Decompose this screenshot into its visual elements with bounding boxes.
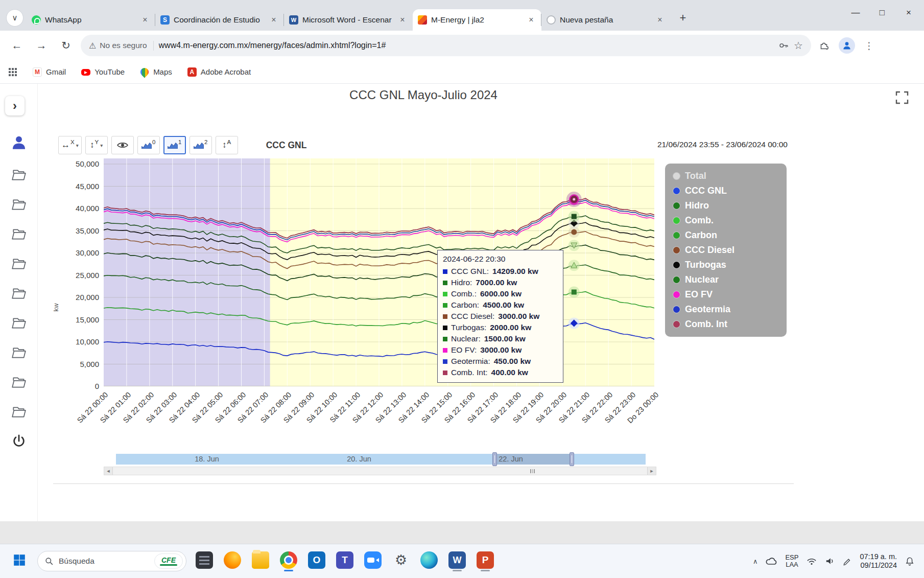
range-navigator[interactable]: 18. Jun 20. Jun 22. Jun: [116, 454, 646, 465]
bookmark-star-icon[interactable]: ☆: [794, 39, 803, 52]
acrobat-icon: [187, 67, 197, 77]
sidebar-folder-button[interactable]: [11, 257, 27, 270]
tooltip-row: Geotermia 450.00 kw: [443, 356, 558, 367]
start-button[interactable]: [9, 547, 30, 575]
bookmark-item-youtube[interactable]: YouTube: [81, 67, 125, 77]
navigator-right-handle[interactable]: [570, 452, 574, 466]
bookmark-item-gmail[interactable]: Gmail: [33, 67, 66, 77]
taskbar-app-explorer[interactable]: [250, 547, 271, 575]
sidebar-folder-button[interactable]: [11, 227, 27, 241]
password-key-icon[interactable]: [778, 40, 789, 51]
windows-logo-icon: [13, 554, 26, 566]
legend-item-hidro[interactable]: Hidro: [665, 198, 787, 213]
reload-button[interactable]: ↻: [56, 36, 76, 55]
chart-svg[interactable]: [104, 158, 654, 386]
close-button[interactable]: ×: [895, 3, 922, 22]
tab-close-icon[interactable]: ×: [397, 15, 408, 25]
wifi-icon[interactable]: [806, 557, 817, 566]
taskbar-app-dark[interactable]: [194, 547, 215, 575]
taskbar-app-powerpoint[interactable]: [475, 547, 495, 575]
omnibox[interactable]: ⚠ No es seguro www4.m-energy.com.mx/mene…: [81, 35, 811, 56]
chart-plot-area[interactable]: [104, 158, 654, 386]
legend-item-comb-[interactable]: Comb.: [665, 213, 787, 228]
y-axis-label: Y: [95, 139, 99, 145]
legend-item-carbon[interactable]: Carbon: [665, 228, 787, 243]
scroll-right-button[interactable]: ▸: [647, 467, 656, 475]
taskbar-search-box[interactable]: Búsqueda CFE: [37, 551, 186, 571]
x-axis-menu-button[interactable]: ↔ X ▾: [58, 136, 82, 154]
browser-menu-icon[interactable]: ⋮: [864, 40, 874, 52]
tab-close-icon[interactable]: ×: [655, 15, 665, 25]
new-tab-button[interactable]: +: [674, 9, 692, 27]
url-text[interactable]: www4.m-energy.com.mx/menergy/faces/admin…: [159, 41, 774, 50]
taskbar-app-firefox[interactable]: [222, 547, 243, 575]
taskbar-app-zoom[interactable]: [363, 547, 383, 575]
sidebar-folder-button[interactable]: [11, 316, 27, 330]
sidebar-expand-button[interactable]: ›: [5, 96, 25, 115]
sidebar-folder-button[interactable]: [11, 405, 27, 419]
taskbar-app-edge[interactable]: [419, 547, 439, 575]
extensions-icon[interactable]: [818, 40, 830, 51]
notifications-bell-icon[interactable]: [905, 556, 915, 566]
sidebar-folder-button[interactable]: [11, 346, 27, 359]
tab-close-icon[interactable]: ×: [269, 15, 279, 25]
legend-item-geotermia[interactable]: Geotermia: [665, 302, 787, 317]
tooltip-series-value: 1500.00 kw: [484, 333, 526, 344]
bookmark-item-acrobat[interactable]: Adobe Acrobat: [187, 67, 251, 77]
chart-mode-1-button[interactable]: 1: [163, 136, 186, 154]
tab-search-button[interactable]: ∨: [6, 9, 23, 27]
language-indicator[interactable]: ESP LAA: [785, 554, 798, 568]
chart-mode-2-button[interactable]: 2: [189, 136, 212, 154]
legend-item-total[interactable]: Total: [665, 169, 787, 183]
forward-button[interactable]: →: [32, 36, 51, 55]
chart-mode-0-button[interactable]: 0: [137, 136, 160, 154]
y-axis-menu-button[interactable]: ↕ Y ▾: [85, 136, 108, 154]
browser-tab-scholar[interactable]: Coordinación de Estudio ×: [155, 9, 284, 31]
security-chip[interactable]: ⚠ No es seguro: [89, 41, 154, 51]
onedrive-cloud-icon[interactable]: [765, 556, 777, 566]
sidebar-profile-button[interactable]: [10, 134, 28, 151]
taskbar-app-chrome[interactable]: [278, 547, 299, 575]
sidebar-folder-button[interactable]: [11, 168, 27, 181]
back-button[interactable]: ←: [7, 36, 27, 55]
sidebar-folder-button[interactable]: [11, 198, 27, 211]
visibility-toggle-button[interactable]: [111, 136, 134, 154]
minimize-button[interactable]: —: [842, 3, 869, 22]
browser-tab-whatsapp[interactable]: WhatsApp ×: [27, 9, 155, 31]
legend-item-ccc-gnl[interactable]: CCC GNL: [665, 183, 787, 198]
legend-item-turbogas[interactable]: Turbogas: [665, 258, 787, 272]
volume-icon[interactable]: [825, 557, 835, 566]
legend-item-comb-int[interactable]: Comb. Int: [665, 317, 787, 332]
sidebar-logout-button[interactable]: [11, 433, 27, 449]
legend-item-nuclear[interactable]: Nuclear: [665, 272, 787, 287]
legend-item-ccc-diesel[interactable]: CCC Diesel: [665, 243, 787, 258]
chart-scrollbar[interactable]: ◂ ▸: [104, 467, 656, 475]
legend-item-eo-fv[interactable]: EO FV: [665, 287, 787, 302]
maximize-button[interactable]: □: [869, 3, 895, 22]
taskbar-app-settings[interactable]: [391, 547, 411, 575]
taskbar-app-outlook[interactable]: [306, 547, 327, 575]
taskbar-clock[interactable]: 07:19 a. m. 09/11/2024: [860, 552, 897, 570]
taskbar-app-teams[interactable]: [335, 547, 355, 575]
browser-tab-word[interactable]: Microsoft Word - Escenar ×: [284, 9, 413, 31]
sidebar-folder-button[interactable]: [11, 287, 27, 300]
auto-scale-button[interactable]: ↕ A: [216, 136, 238, 154]
taskbar-app-word[interactable]: [447, 547, 467, 575]
bookmark-item-maps[interactable]: Maps: [140, 67, 172, 77]
legend-label: Hidro: [685, 200, 709, 211]
browser-tab-menergy[interactable]: M-Energy | jla2 ×: [413, 9, 541, 31]
plus-icon: +: [680, 11, 686, 25]
sidebar-folder-button[interactable]: [11, 376, 27, 389]
scrollbar-grip[interactable]: [530, 469, 535, 473]
legend-color-dot: [673, 247, 680, 253]
pen-icon[interactable]: [843, 557, 852, 566]
fullscreen-toggle-button[interactable]: [894, 90, 910, 105]
profile-avatar[interactable]: [839, 37, 855, 54]
browser-tab-blank[interactable]: Nueva pestaña ×: [541, 9, 670, 31]
tab-close-icon[interactable]: ×: [140, 15, 150, 25]
tab-close-icon[interactable]: ×: [526, 15, 536, 25]
apps-grid-icon[interactable]: [8, 67, 17, 77]
vertical-arrows-icon: ↕: [222, 140, 227, 150]
scroll-left-button[interactable]: ◂: [104, 467, 113, 475]
tray-chevron-icon[interactable]: ∧: [753, 558, 758, 565]
